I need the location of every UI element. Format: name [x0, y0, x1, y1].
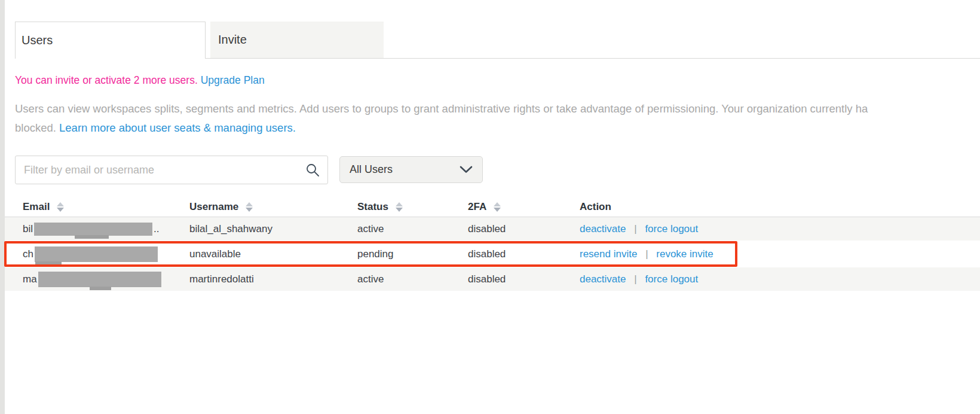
- resend-invite-link[interactable]: resend invite: [580, 248, 637, 260]
- seat-notice-message: You can invite or activate 2 more users.: [15, 74, 198, 86]
- sort-icon-status[interactable]: [396, 202, 403, 212]
- column-header-email-label: Email: [23, 201, 50, 213]
- column-header-action-label: Action: [580, 201, 611, 213]
- email-cell: ch: [5, 246, 189, 262]
- search-icon: [305, 162, 320, 178]
- column-header-action: Action: [580, 201, 980, 213]
- email-visible-text: ma: [23, 273, 37, 285]
- twofa-cell: disabled: [468, 223, 580, 235]
- redaction-tail: [75, 235, 109, 239]
- username-cell: bilal_al_shahwany: [189, 223, 357, 235]
- sort-icon-username[interactable]: [246, 202, 253, 212]
- revoke-invite-link[interactable]: revoke invite: [656, 248, 713, 260]
- action-cell: resend invite | revoke invite: [580, 248, 980, 260]
- email-redaction-box: [35, 246, 158, 262]
- description-line-2: blocked. Learn more about user seats & m…: [15, 118, 980, 138]
- users-admin-page: Users Invite You can invite or activate …: [0, 0, 980, 414]
- description-line-1: Users can view workspaces splits, segmen…: [15, 99, 980, 118]
- learn-more-link[interactable]: Learn more about user seats & managing u…: [59, 121, 296, 134]
- table-row-martin: ma martinredolatti active disabled deact…: [5, 267, 980, 291]
- status-cell: active: [357, 223, 468, 235]
- tab-invite[interactable]: Invite: [210, 22, 384, 58]
- user-filter-dropdown-value: All Users: [350, 163, 460, 176]
- status-cell: active: [357, 273, 468, 285]
- page-edge-strip: [0, 0, 5, 414]
- email-visible-text: ch: [23, 248, 33, 260]
- column-header-email: Email: [5, 201, 189, 213]
- sort-icon-email[interactable]: [57, 202, 64, 212]
- users-description: Users can view workspaces splits, segmen…: [15, 99, 980, 137]
- action-cell: deactivate | force logout: [580, 273, 980, 285]
- email-redaction-box: [34, 223, 152, 236]
- deactivate-link[interactable]: deactivate: [580, 273, 626, 285]
- email-visible-text: bil: [23, 223, 33, 235]
- table-header-row: Email Username Status 2FA Action: [5, 197, 980, 217]
- twofa-cell: disabled: [468, 273, 580, 285]
- tab-bar-divider: [206, 58, 980, 59]
- table-row-pending: ch unavailable pending disabled resend i…: [5, 241, 980, 267]
- action-cell: deactivate | force logout: [580, 223, 980, 235]
- redaction-tail: [90, 287, 111, 290]
- column-header-status: Status: [357, 201, 468, 213]
- filter-input[interactable]: [15, 156, 328, 184]
- upgrade-plan-link[interactable]: Upgrade Plan: [201, 74, 265, 86]
- email-cell: ma: [5, 272, 189, 287]
- tab-invite-label: Invite: [218, 33, 247, 47]
- force-logout-link[interactable]: force logout: [645, 223, 698, 235]
- chevron-down-icon: [460, 166, 473, 173]
- deactivate-link[interactable]: deactivate: [580, 223, 626, 235]
- username-cell: martinredolatti: [189, 273, 357, 285]
- tab-users[interactable]: Users: [15, 22, 206, 59]
- column-header-2fa: 2FA: [468, 201, 580, 213]
- action-separator: |: [645, 248, 648, 260]
- seat-notice: You can invite or activate 2 more users.…: [15, 74, 265, 87]
- column-header-username: Username: [189, 201, 357, 213]
- sort-icon-2fa[interactable]: [494, 202, 501, 212]
- username-cell: unavailable: [189, 248, 357, 260]
- description-line-2-text: blocked.: [15, 121, 59, 134]
- email-cell: bil ..: [5, 223, 189, 236]
- table-row-bilal: bil .. bilal_al_shahwany active disabled…: [5, 217, 980, 241]
- filter-field-wrap: [15, 156, 328, 184]
- redaction-tail: [35, 261, 62, 265]
- email-truncation: ..: [154, 223, 159, 235]
- column-header-username-label: Username: [189, 201, 238, 213]
- status-cell: pending: [357, 248, 468, 260]
- action-separator: |: [634, 273, 636, 285]
- action-separator: |: [634, 223, 636, 235]
- twofa-cell: disabled: [468, 248, 580, 260]
- column-header-2fa-label: 2FA: [468, 201, 486, 213]
- column-header-status-label: Status: [357, 201, 388, 213]
- tab-users-label: Users: [22, 34, 53, 47]
- force-logout-link[interactable]: force logout: [645, 273, 698, 285]
- email-redaction-box: [38, 272, 161, 287]
- user-filter-dropdown[interactable]: All Users: [339, 156, 483, 183]
